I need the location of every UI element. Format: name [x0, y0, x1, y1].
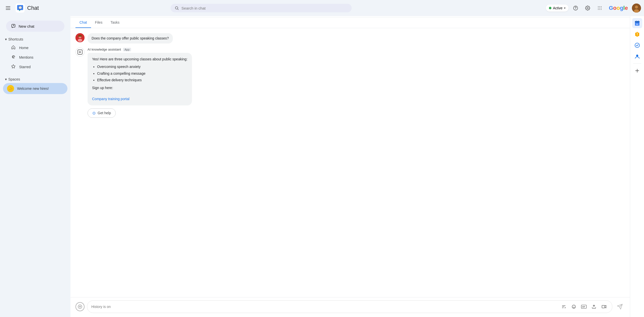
svg-point-41	[636, 55, 638, 57]
get-help-label: Get help	[98, 111, 111, 115]
sidebar-item-home-label: Home	[19, 46, 28, 50]
svg-point-15	[598, 9, 599, 10]
search-input[interactable]	[181, 6, 348, 10]
keep-app-button[interactable]	[632, 29, 642, 39]
star-icon	[11, 64, 16, 69]
chevron-down-icon: ▾	[5, 77, 7, 81]
spaces-section: ▾ Spaces 🤝 Welcome new hires!	[0, 76, 70, 94]
tab-chat[interactable]: Chat	[75, 17, 91, 28]
ai-list: Overcoming speech anxiety Crafting a com…	[92, 64, 187, 83]
svg-point-39	[637, 35, 637, 36]
svg-rect-37	[635, 21, 639, 22]
space-name: Welcome new hires!	[17, 87, 49, 91]
home-icon	[11, 45, 16, 50]
help-button[interactable]	[571, 3, 581, 13]
svg-point-11	[601, 6, 602, 7]
svg-text:31: 31	[636, 23, 638, 25]
spaces-label: Spaces	[8, 77, 20, 81]
ai-avatar	[75, 48, 85, 57]
topbar: 💬 Chat Active ▾	[0, 0, 644, 16]
list-item-2: Crafting a compelling message	[97, 71, 187, 76]
user-avatar	[75, 33, 85, 42]
contacts-app-button[interactable]	[632, 51, 642, 61]
list-item-1: Overcoming speech anxiety	[97, 64, 187, 69]
shortcuts-header[interactable]: ▾ Shortcuts	[2, 36, 68, 43]
svg-point-31	[573, 306, 574, 307]
svg-text:💬: 💬	[18, 6, 22, 10]
tasks-app-button[interactable]	[632, 40, 642, 50]
search-container	[171, 4, 352, 12]
svg-point-10	[599, 6, 600, 7]
apps-button[interactable]	[595, 3, 605, 13]
right-sidebar: 31	[630, 0, 644, 317]
svg-point-17	[601, 9, 602, 10]
active-status[interactable]: Active ▾	[546, 5, 569, 12]
chevron-down-icon: ▾	[564, 6, 566, 10]
video-button[interactable]	[600, 303, 608, 311]
sidebar-space-welcome-new-hires[interactable]: 🤝 Welcome new hires!	[3, 83, 67, 94]
search-icon	[175, 6, 179, 10]
spaces-header[interactable]: ▾ Spaces	[2, 76, 68, 83]
calendar-app-button[interactable]: 31	[632, 18, 642, 28]
new-chat-label: New chat	[19, 24, 34, 28]
add-app-button[interactable]	[632, 66, 642, 76]
avatar[interactable]	[632, 4, 641, 13]
list-item-3: Effective delivery techniques	[97, 77, 187, 83]
hamburger-button[interactable]	[3, 3, 13, 13]
active-label: Active	[553, 6, 562, 10]
svg-point-19	[635, 6, 638, 9]
sidebar-item-mentions[interactable]: Mentions	[3, 53, 67, 62]
sidebar: New chat ▾ Shortcuts Home	[0, 0, 70, 317]
sidebar-item-home[interactable]: Home	[3, 43, 67, 52]
message-input[interactable]	[91, 305, 558, 309]
ai-message-container: AI knowledge assistant App Yes! Here are…	[88, 48, 192, 118]
topbar-left: 💬 Chat	[3, 3, 73, 13]
new-chat-button[interactable]: New chat	[6, 21, 64, 32]
sidebar-item-starred-label: Starred	[19, 65, 31, 69]
svg-point-30	[572, 305, 576, 308]
svg-point-9	[598, 6, 599, 7]
message-user: Does the company offer public speaking c…	[75, 33, 625, 44]
mentions-icon	[11, 55, 16, 60]
chat-tabs: Chat Files Tasks	[70, 17, 630, 28]
sidebar-content: New chat ▾ Shortcuts Home	[0, 16, 70, 317]
input-row: GIF	[75, 300, 625, 313]
gif-button[interactable]: GIF	[580, 303, 588, 311]
help-circle-icon: ⊙	[92, 111, 96, 115]
ai-sender-name: AI knowledge assistant	[88, 48, 121, 51]
input-area: GIF	[70, 297, 630, 317]
get-help-button[interactable]: ⊙ Get help	[88, 108, 116, 118]
svg-point-40	[635, 43, 639, 48]
space-emoji: 🤝	[7, 85, 14, 92]
google-logo: Google	[609, 5, 628, 11]
user-message-bubble: Does the company offer public speaking c…	[88, 33, 173, 44]
user-message-text: Does the company offer public speaking c…	[92, 36, 169, 40]
svg-rect-2	[6, 9, 10, 10]
svg-point-12	[598, 8, 599, 9]
svg-rect-35	[602, 305, 605, 308]
app-badge: App	[123, 48, 131, 51]
upload-button[interactable]	[590, 303, 598, 311]
add-attachment-button[interactable]	[75, 302, 85, 311]
emoji-button[interactable]	[570, 303, 578, 311]
svg-rect-1	[6, 8, 10, 8]
sidebar-item-mentions-label: Mentions	[19, 55, 33, 59]
ai-sender-line: AI knowledge assistant App	[88, 48, 192, 51]
text-format-button[interactable]	[560, 303, 568, 311]
ai-intro-text: Yes! Here are three upcoming classes abo…	[92, 57, 187, 61]
app-title: Chat	[27, 5, 39, 11]
sidebar-item-starred[interactable]: Starred	[3, 62, 67, 71]
svg-rect-21	[12, 24, 15, 27]
tab-tasks[interactable]: Tasks	[106, 17, 124, 28]
tab-files[interactable]: Files	[91, 17, 107, 28]
shortcuts-section: ▾ Shortcuts Home	[0, 36, 70, 72]
send-button[interactable]	[615, 302, 625, 312]
right-sidebar-divider	[633, 63, 641, 64]
topbar-right: Active ▾	[546, 3, 641, 13]
training-portal-link[interactable]: Company training portal	[92, 97, 130, 101]
settings-button[interactable]	[583, 3, 593, 13]
svg-rect-0	[6, 6, 10, 7]
svg-point-14	[601, 8, 602, 9]
messages-area: Does the company offer public speaking c…	[70, 28, 630, 297]
chevron-down-icon: ▾	[5, 37, 7, 41]
